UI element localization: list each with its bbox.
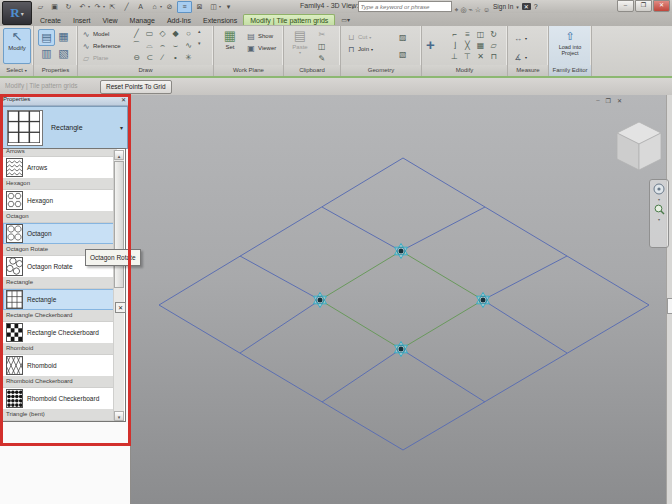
type-selector[interactable]: Rectangle ▾ (2, 106, 128, 149)
panel-label-work-plane[interactable]: Work Plane (214, 65, 283, 76)
drawing-area[interactable]: –❐✕ (130, 95, 666, 504)
start-end-radius-arc-tool-icon[interactable]: ⌒ (130, 40, 143, 52)
show-work-plane-button[interactable]: ▤Show (246, 30, 276, 42)
aligned-dimension-button[interactable]: ∡▾ (513, 51, 527, 63)
green-point-tool-icon[interactable]: ✳ (182, 52, 195, 64)
tangent-arc-tool-icon[interactable]: ⌢ (156, 40, 169, 52)
panel-label-family-editor[interactable]: Family Editor (549, 65, 591, 76)
join-tool-icon[interactable]: ⊓ (487, 51, 500, 62)
navbar-chevron-icon-2[interactable]: ▾ (658, 217, 660, 222)
viewer-button[interactable]: ▣Viewer (246, 42, 276, 54)
navbar-chevron-icon[interactable]: ▾ (658, 197, 660, 202)
palette-title-bar[interactable]: Properties ✕ (0, 95, 130, 106)
close-hidden-windows-icon[interactable]: ⊠ (193, 2, 206, 12)
adaptive-points[interactable] (314, 244, 490, 357)
tab-manage[interactable]: Manage (124, 15, 161, 25)
paste-button[interactable]: ▤ Paste ▾ (289, 28, 311, 55)
panel-label-select[interactable]: Select ▾ (0, 65, 33, 76)
partial-ellipse-tool-icon[interactable]: ⊂ (143, 52, 156, 64)
tab-create[interactable]: Create (34, 15, 67, 25)
favorites-icon[interactable]: ☆ (475, 6, 483, 13)
text-icon[interactable]: A (134, 2, 147, 12)
panel-label-geometry[interactable]: Geometry (341, 65, 421, 76)
exchange-apps-icon[interactable]: ✕ (522, 3, 531, 10)
cut-geometry-dropdown-icon[interactable]: ▾ (369, 35, 371, 40)
match-type-icon[interactable]: ✎ (318, 54, 326, 63)
pick-lines-tool-icon[interactable]: ∕ (156, 52, 169, 64)
unpin-tool-icon[interactable]: ⊤ (461, 51, 474, 62)
adaptive-point-left[interactable] (314, 293, 327, 308)
aligned-dimension-dropdown-icon[interactable]: ▾ (525, 55, 527, 60)
array-tool-icon[interactable]: ▦ (474, 40, 487, 51)
split-tool-icon[interactable]: ╳ (461, 40, 474, 51)
thin-lines-icon[interactable]: ≡ (177, 1, 192, 13)
type-selector-dropdown-icon[interactable]: ▾ (120, 124, 123, 131)
circle-tool-icon[interactable]: ○ (182, 28, 195, 40)
section-icon[interactable]: ⊘ (163, 2, 176, 12)
close-button[interactable]: ✕ (653, 0, 670, 12)
sign-in-avatar-icon[interactable]: ☺ (483, 6, 490, 13)
panel-label-properties[interactable]: Properties (34, 65, 77, 76)
navigation-bar[interactable]: ▾ ▾ (649, 179, 669, 248)
ellipse-tool-icon[interactable]: ⊖ (130, 52, 143, 64)
reference-line-button[interactable]: ∿Reference (81, 40, 121, 52)
geometry-divide-icon[interactable]: ▧ (399, 49, 407, 61)
inscribed-polygon-tool-icon[interactable]: ◇ (156, 28, 169, 40)
open-icon[interactable]: ▱ (34, 2, 47, 12)
list-item-rectangle-checkerboard[interactable]: Rectangle Checkerboard (3, 322, 114, 343)
draw-grid-scroll-up-icon[interactable]: ▴ (198, 28, 201, 34)
paint-tool-icon[interactable]: ▨ (399, 32, 407, 44)
undo-dropdown-icon[interactable]: ▾ (88, 4, 90, 9)
help-icon[interactable]: ? (534, 3, 538, 10)
minimize-button[interactable]: – (617, 0, 634, 12)
modify-button[interactable]: ↖ Modify (3, 28, 31, 64)
join-geometry-button[interactable]: ⊓Join▾ (346, 43, 373, 55)
point-element-tool-icon[interactable]: • (169, 52, 182, 64)
mirror-pick-axis-tool-icon[interactable]: ◫ (474, 29, 487, 40)
redo-dropdown-icon[interactable]: ▾ (103, 4, 105, 9)
central-reference-diamond[interactable] (320, 251, 483, 349)
view-restore-icon[interactable]: ❐ (606, 97, 611, 104)
customize-quick-access-icon[interactable]: ▾ (222, 2, 235, 12)
view-close-icon[interactable]: ✕ (617, 97, 622, 104)
draw-grid-scroll-down-icon[interactable]: ▾ (198, 40, 201, 46)
switch-windows-dropdown-icon[interactable]: ▾ (219, 4, 221, 9)
load-into-project-button[interactable]: ⇧ Load into Project (551, 28, 589, 56)
panel-label-draw[interactable]: Draw (78, 65, 213, 76)
list-item-rhomboid-checkerboard[interactable]: Rhomboid Checkerboard (3, 388, 114, 409)
infocenter-dropdown-icon[interactable]: ▾ (516, 4, 519, 10)
ribbon-display-toggle-icon[interactable]: ▭▾ (341, 16, 350, 23)
tab-modify-tile-pattern-grids[interactable]: Modify | Tile pattern grids (243, 14, 335, 25)
pin-tool-icon[interactable]: ⊥ (448, 51, 461, 62)
rotate-tool-icon[interactable]: ↻ (487, 29, 500, 40)
list-item-arrows[interactable]: Arrows (3, 157, 114, 178)
maximize-button[interactable]: ❐ (635, 0, 652, 12)
dropdown-scrollbar-thumb[interactable] (114, 161, 124, 288)
panel-label-measure[interactable]: Measure (508, 65, 548, 76)
tab-extensions[interactable]: Extensions (197, 15, 243, 25)
scroll-up-icon[interactable]: ▴ (114, 150, 124, 160)
panel-label-modify[interactable]: Modify (422, 65, 507, 76)
circumscribed-polygon-tool-icon[interactable]: ◆ (169, 28, 182, 40)
measure-between-references-dropdown-icon[interactable]: ▾ (525, 36, 527, 41)
move-tool[interactable]: + (426, 36, 435, 53)
application-menu-button[interactable]: R ▾ (2, 1, 32, 25)
model-line-button[interactable]: ∿Model (81, 28, 121, 40)
reset-points-to-grid-button[interactable]: Reset Points To Grid (100, 80, 172, 94)
line-tool-icon[interactable]: ╱ (130, 28, 143, 40)
grid-outer-boundary[interactable] (159, 158, 649, 450)
view-minimize-icon[interactable]: – (596, 97, 599, 104)
panel-label-clipboard[interactable]: Clipboard (284, 65, 340, 76)
adaptive-point-top[interactable] (395, 244, 408, 259)
save-icon[interactable]: ▣ (48, 2, 61, 12)
list-item-octagon[interactable]: Octagon (3, 223, 114, 244)
list-item-hexagon[interactable]: Hexagon (3, 190, 114, 211)
steering-wheel-icon[interactable] (653, 183, 665, 195)
adaptive-point-right[interactable] (477, 293, 490, 308)
measure-icon[interactable]: ⇱ (106, 2, 119, 12)
default-3d-view-dropdown-icon[interactable]: ▾ (160, 4, 162, 9)
trim-extend-tool-icon[interactable]: ⌋ (448, 40, 461, 51)
palette-close-icon[interactable]: ✕ (121, 96, 126, 104)
dropdown-close-icon[interactable]: ✕ (115, 302, 126, 313)
adaptive-point-bottom[interactable] (395, 342, 408, 357)
